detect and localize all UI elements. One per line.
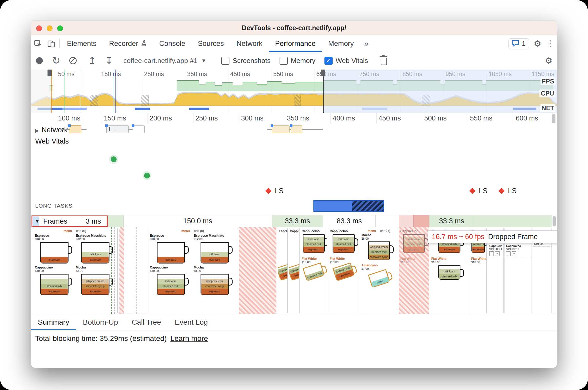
screenshot-frame[interactable]: menu cart (0) Espresso $10.00 espresso E… <box>32 228 118 313</box>
quantity-minus-button[interactable]: - <box>506 251 511 256</box>
quantity-plus-button[interactable]: + <box>512 251 516 256</box>
horizontal-scrollbar[interactable] <box>553 216 556 226</box>
frames-track-value: 3 ms <box>86 217 101 225</box>
memory-checkbox-row[interactable]: Memory <box>280 57 316 65</box>
divider <box>59 39 60 49</box>
tab-elements[interactable]: Elements <box>61 35 103 52</box>
tab-network[interactable]: Network <box>230 35 269 52</box>
cart-item-row: Cappucino $19.00 x 1 -+ <box>505 243 532 257</box>
app-cart-link: cart (0) <box>194 229 204 233</box>
frame-segment[interactable] <box>474 215 552 228</box>
load-profile-button[interactable]: ↥ <box>84 56 101 65</box>
timeline-ruler[interactable]: 100 ms 150 ms 200 ms 250 ms 300 ms 350 m… <box>31 113 557 123</box>
product-price: $18.00 <box>430 261 469 264</box>
web-vitals-checkbox[interactable]: ✓ <box>324 57 333 65</box>
tab-bottom-up[interactable]: Bottom-Up <box>76 314 125 330</box>
network-request-bar[interactable]: l… <box>106 125 129 133</box>
inspect-element-icon[interactable] <box>31 35 45 52</box>
vitals-good-marker[interactable] <box>144 173 150 178</box>
layout-shift-marker[interactable]: LS <box>266 187 284 195</box>
tab-sources[interactable]: Sources <box>192 35 230 52</box>
tab-label: Summary <box>38 318 69 326</box>
network-request-bar[interactable] <box>272 125 290 133</box>
cup-layer: steamed milk <box>41 284 68 289</box>
screenshot-frame[interactable]: Cappuccino steamed milk espresso <box>289 228 300 313</box>
screenshots-checkbox-row[interactable]: Screenshots <box>221 57 271 65</box>
kebab-menu-icon[interactable]: ⋮ <box>546 39 554 48</box>
timeline-overview[interactable]: 50 ms 150 ms 250 ms 350 ms 450 ms 550 ms… <box>31 70 557 113</box>
tab-performance[interactable]: Performance <box>269 35 322 52</box>
network-request-bar[interactable] <box>133 125 145 133</box>
tab-call-tree[interactable]: Call Tree <box>125 314 168 330</box>
long-task-hatch <box>90 95 98 106</box>
web-vitals-checkbox-label: Web Vitals <box>336 57 368 65</box>
frame-segment[interactable]: 83.3 ms <box>323 215 375 228</box>
record-button[interactable] <box>31 57 48 64</box>
tab-recorder[interactable]: Recorder <box>103 35 153 52</box>
screenshot-frame[interactable]: menu cart (1) Mocha $8.00 whipped cream … <box>360 228 398 313</box>
tab-memory[interactable]: Memory <box>322 35 360 52</box>
partial-frame-segment[interactable] <box>399 215 413 228</box>
save-profile-button[interactable]: ↧ <box>101 56 117 65</box>
long-task-bar[interactable] <box>313 200 384 212</box>
frame-segment[interactable]: 33.3 ms <box>429 215 474 228</box>
screenshot-frame[interactable]: Espresso steamed milk espresso <box>278 228 288 313</box>
screenshot-frame[interactable]: Cappuccino milk foam steamed milk espres… <box>300 228 327 313</box>
quantity-minus-button[interactable]: - <box>489 251 494 256</box>
layout-shift-marker[interactable]: LS <box>470 187 487 195</box>
screenshot-frame[interactable]: Cappuccino milk foam steamed milk espres… <box>328 228 359 313</box>
collapse-triangle-icon[interactable]: ▼ <box>35 219 40 224</box>
learn-more-link[interactable]: Learn more <box>170 334 208 343</box>
reload-icon: ↻ <box>52 56 60 66</box>
cup-mocha: whipped cream chocolate syrup espresso <box>81 274 109 295</box>
cup-layer: whipped cream <box>82 279 109 284</box>
device-toolbar-icon[interactable] <box>45 35 58 52</box>
reload-and-record-button[interactable]: ↻ <box>48 56 65 66</box>
network-track[interactable]: ▶Network l… <box>31 123 557 136</box>
web-vitals-checkbox-row[interactable]: ✓ Web Vitals <box>324 57 368 65</box>
tab-label: Memory <box>328 40 354 48</box>
issues-count: 1 <box>522 40 526 48</box>
tab-summary[interactable]: Summary <box>31 314 76 330</box>
selection-right-handle[interactable] <box>321 70 325 76</box>
ruler-tick: 100 ms <box>56 113 102 123</box>
web-vitals-track-header[interactable]: Web Vitals <box>31 136 557 146</box>
product-price: $18.00 <box>328 261 359 264</box>
profile-select[interactable]: coffee-cart.netlify.app #1 ▼ <box>123 57 206 65</box>
issues-counter-button[interactable]: 1 <box>508 38 529 49</box>
more-tabs-chevron-icon[interactable]: » <box>360 35 373 52</box>
frame-segment[interactable]: 33.3 ms <box>272 215 323 228</box>
capture-settings-button[interactable]: ⚙ <box>540 56 557 65</box>
dropped-frame-segment[interactable] <box>413 215 429 228</box>
layout-shift-marker[interactable]: LS <box>499 187 517 195</box>
layout-shift-lane: LS LS LS <box>31 180 557 199</box>
selection-left-handle[interactable] <box>48 70 52 76</box>
tab-event-log[interactable]: Event Log <box>168 314 215 330</box>
product-name: Espresso Macchiato <box>76 234 115 238</box>
tab-console[interactable]: Console <box>153 35 192 52</box>
garbage-collect-button[interactable] <box>375 56 392 65</box>
frame-segment[interactable]: 150.0 ms <box>123 215 272 228</box>
network-request-bar[interactable] <box>291 125 302 133</box>
vitals-good-marker[interactable] <box>111 156 117 162</box>
cup-layer: espresso <box>82 257 109 263</box>
vertical-scrollbar[interactable] <box>552 114 555 123</box>
memory-checkbox[interactable] <box>280 57 288 65</box>
tab-label: Console <box>159 40 185 48</box>
product-name: Mocha <box>360 233 398 237</box>
screenshot-frame[interactable]: menu cart (0) Espresso $10.00 espresso E… <box>147 228 238 313</box>
cup-layer: espresso <box>472 247 484 252</box>
cup-macchiato: milk foam espresso <box>81 242 109 263</box>
cup-layer: espresso <box>158 257 184 263</box>
frame-segment[interactable] <box>108 215 123 228</box>
frames-track-header[interactable]: ▼ Frames 3 ms <box>32 215 108 227</box>
settings-gear-icon[interactable]: ⚙ <box>534 39 541 48</box>
screenshots-checkbox[interactable] <box>221 57 229 65</box>
clear-recording-button[interactable] <box>65 57 81 64</box>
network-request-bar[interactable] <box>70 125 81 133</box>
menu-item-espresso-macchiato: Espresso Macchiato $12.00 milk foam espr… <box>76 234 115 265</box>
quantity-plus-button[interactable]: + <box>495 251 500 256</box>
frame-segment[interactable] <box>375 215 399 228</box>
layout-shift-diamond-icon <box>469 188 475 194</box>
disclosure-triangle-icon[interactable]: ▶ <box>35 128 39 133</box>
